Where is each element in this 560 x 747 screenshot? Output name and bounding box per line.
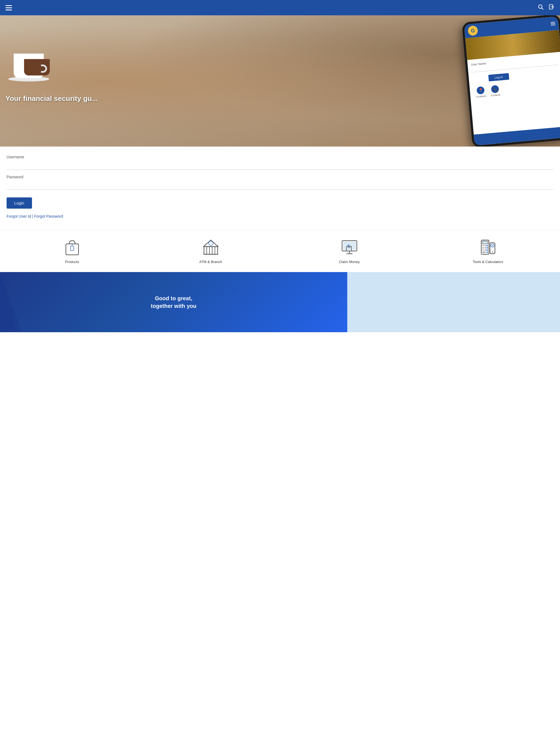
quick-links-section: Products ATM & Branch <box>0 229 560 272</box>
login-button[interactable]: Login <box>6 198 32 209</box>
svg-rect-29 <box>485 249 486 251</box>
link-separator: | <box>31 214 34 218</box>
svg-rect-32 <box>486 252 488 253</box>
hero-tagline: Your financial security gu... <box>5 94 560 103</box>
password-input[interactable] <box>6 180 554 187</box>
password-field-group: Password <box>6 175 554 190</box>
banner-line1: Good to great, <box>151 294 197 302</box>
svg-line-1 <box>542 8 543 9</box>
banner-line2: together with you <box>151 302 197 310</box>
svg-point-34 <box>492 252 493 253</box>
hero-section: G User Name Log In 📍 Locations 📞 <box>0 15 560 147</box>
login-section: Username Password Login Forgot User Id |… <box>0 147 560 229</box>
quick-link-claim-money[interactable]: $ Claim Money <box>280 235 418 266</box>
quick-link-atm-branch[interactable]: ATM & Branch <box>142 235 280 266</box>
atm-branch-icon <box>201 238 221 257</box>
quick-link-products[interactable]: Products <box>3 235 142 266</box>
svg-point-6 <box>72 244 73 246</box>
search-icon[interactable] <box>538 4 543 11</box>
phone-locations-icon: 📍 <box>477 86 485 94</box>
quick-link-tools-calculators[interactable]: Tools & Calculators <box>418 235 557 266</box>
svg-rect-25 <box>482 247 484 249</box>
phone-app-logo: G <box>467 25 478 36</box>
login-icon[interactable] <box>549 4 555 11</box>
svg-rect-5 <box>71 246 74 251</box>
claim-money-icon: $ <box>340 238 359 257</box>
header-right <box>538 4 555 11</box>
svg-rect-24 <box>486 245 488 247</box>
svg-point-36 <box>492 245 493 246</box>
svg-rect-21 <box>482 241 488 244</box>
username-input[interactable] <box>6 160 554 168</box>
svg-rect-23 <box>485 245 486 247</box>
claim-money-label: Claim Money <box>339 260 360 264</box>
phone-mockup: G User Name Log In 📍 Locations 📞 <box>462 15 560 147</box>
phone-menu-icon <box>551 22 555 25</box>
banner-left-section: Good to great, together with you <box>0 272 347 332</box>
forgot-user-id-link[interactable]: Forgot User Id <box>6 214 31 218</box>
banner-right-section <box>347 272 560 332</box>
atm-branch-label: ATM & Branch <box>199 260 222 264</box>
app-header <box>0 0 560 15</box>
svg-rect-28 <box>482 249 484 251</box>
svg-point-9 <box>209 241 213 246</box>
username-label: Username <box>6 155 554 159</box>
forgot-links-row: Forgot User Id | Forgot Password <box>6 214 554 218</box>
hamburger-menu-icon[interactable] <box>5 5 12 10</box>
svg-rect-22 <box>482 245 484 247</box>
svg-rect-31 <box>482 252 486 253</box>
banner-text: Good to great, together with you <box>151 294 197 310</box>
svg-rect-27 <box>486 247 488 249</box>
bottom-banner: Good to great, together with you <box>0 272 560 332</box>
svg-rect-26 <box>485 247 486 249</box>
products-label: Products <box>65 260 79 264</box>
tools-calculators-icon <box>479 238 498 257</box>
header-left <box>5 5 12 10</box>
forgot-password-link[interactable]: Forgot Password <box>34 214 63 218</box>
tools-calculators-label: Tools & Calculators <box>473 260 503 264</box>
banner-v-decoration <box>0 272 33 332</box>
svg-rect-30 <box>486 249 488 251</box>
phone-contacts-icon: 📞 <box>491 85 499 93</box>
svg-marker-38 <box>0 272 22 332</box>
svg-text:$: $ <box>348 243 350 248</box>
username-field-group: Username <box>6 155 554 170</box>
products-icon <box>62 238 82 257</box>
svg-rect-7 <box>204 247 218 254</box>
coffee-cup-decoration <box>5 24 55 78</box>
phone-login-button[interactable]: Log In <box>488 73 509 81</box>
password-label: Password <box>6 175 554 179</box>
